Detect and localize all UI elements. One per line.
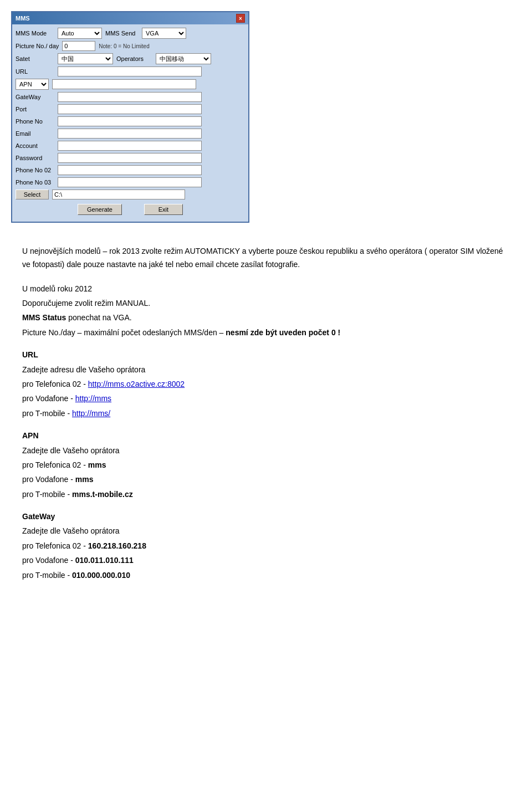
picture-no-input[interactable] bbox=[62, 41, 95, 51]
satet-label: Satet bbox=[16, 55, 54, 62]
apn-telefonica-bold: mms bbox=[88, 460, 106, 469]
model2012-text: Doporučujeme zvolit režim MANUAL. bbox=[22, 297, 510, 309]
title-bar: MMS × bbox=[12, 12, 248, 24]
mms-status-line: MMS Status ponechat na VGA. bbox=[22, 311, 510, 324]
gateway-vodafone-line: pro Vodafone - 010.011.010.111 bbox=[22, 554, 510, 566]
operators-dropdown[interactable]: 中国移动 中国联通 中国电信 bbox=[156, 53, 211, 64]
picture-no-line: Picture No./day – maximální počet odesla… bbox=[22, 326, 510, 339]
url-section: URL Zadejte adresu dle Vašeho oprátora p… bbox=[22, 349, 510, 419]
phone-no-row: Phone No bbox=[16, 116, 245, 126]
url-tmobile-link[interactable]: http://mms/ bbox=[72, 409, 110, 418]
apn-tmobile-bold: mms.t-mobile.cz bbox=[72, 490, 133, 499]
email-input[interactable] bbox=[58, 129, 202, 139]
url-row: URL bbox=[16, 66, 245, 76]
model2012-heading: U modelů roku 2012 bbox=[22, 283, 510, 295]
url-input[interactable] bbox=[58, 66, 202, 76]
gateway-heading: GateWay bbox=[22, 512, 55, 521]
url-telefonica-line: pro Telefonica 02 - http://mms.o2active.… bbox=[22, 378, 510, 390]
picture-no-text: Picture No./day – maximální počet odesla… bbox=[22, 328, 223, 337]
mms-status-suffix: ponechat na VGA. bbox=[66, 313, 131, 322]
select-button[interactable]: Select bbox=[16, 190, 49, 199]
phone-no03-row: Phone No 03 bbox=[16, 177, 245, 187]
path-input[interactable] bbox=[52, 190, 185, 199]
intro-paragraph: U nejnovějších modelů – rok 2013 zvolte … bbox=[22, 245, 510, 272]
operators-label: Operators bbox=[116, 55, 152, 62]
url-tmobile-text: pro T-mobile - bbox=[22, 409, 72, 418]
picture-no-label: Picture No./ day bbox=[16, 43, 59, 49]
window-body: MMS Mode Auto Manual MMS Send VGA QVGA P… bbox=[12, 24, 248, 222]
action-buttons: Generate Exit bbox=[16, 202, 245, 218]
url-vodafone-link[interactable]: http://mms bbox=[75, 394, 111, 403]
url-tmobile-line: pro T-mobile - http://mms/ bbox=[22, 407, 510, 419]
picture-no-row: Picture No./ day Note: 0 = No Limited bbox=[16, 41, 245, 51]
mms-status-bold: MMS Status bbox=[22, 313, 66, 322]
apn-heading: APN bbox=[22, 431, 39, 440]
picture-no-bold: nesmí zde být uveden počet 0 ! bbox=[226, 328, 340, 337]
exit-button[interactable]: Exit bbox=[144, 204, 183, 215]
url-label: URL bbox=[16, 68, 54, 75]
password-row: Password bbox=[16, 153, 245, 163]
apn-vodafone-bold: mms bbox=[75, 475, 94, 484]
mms-mode-label: MMS Mode bbox=[16, 30, 54, 37]
gateway-label: GateWay bbox=[16, 94, 54, 100]
url-heading: URL bbox=[22, 350, 38, 359]
url-telefonica-link[interactable]: http://mms.o2active.cz:8002 bbox=[88, 380, 185, 388]
gateway-telefonica-text: pro Telefonica 02 - bbox=[22, 541, 88, 550]
mms-mode-dropdown[interactable]: Auto Manual bbox=[58, 28, 102, 39]
account-label: Account bbox=[16, 142, 54, 149]
phone-no03-label: Phone No 03 bbox=[16, 179, 54, 186]
phone-no02-label: Phone No 02 bbox=[16, 167, 54, 173]
mms-mode-row: MMS Mode Auto Manual MMS Send VGA QVGA bbox=[16, 28, 245, 39]
gateway-tmobile-text: pro T-mobile - bbox=[22, 571, 72, 580]
note-text: Note: 0 = No Limited bbox=[99, 43, 149, 49]
gateway-vodafone-bold: 010.011.010.111 bbox=[75, 556, 134, 565]
apn-tmobile-text: pro T-mobile - bbox=[22, 490, 72, 499]
port-label: Port bbox=[16, 106, 54, 112]
phone-no-input[interactable] bbox=[58, 116, 202, 126]
phone-no-label: Phone No bbox=[16, 118, 54, 125]
apn-sub: Zadejte dle Vašeho oprátora bbox=[22, 444, 510, 457]
generate-button[interactable]: Generate bbox=[78, 204, 122, 215]
gateway-sub: Zadejte dle Vašeho oprátora bbox=[22, 525, 510, 537]
window-area: MMS × MMS Mode Auto Manual MMS Send VGA … bbox=[0, 0, 532, 234]
satet-row: Satet 中国 其他 Operators 中国移动 中国联通 中国电信 bbox=[16, 53, 245, 64]
mms-window: MMS × MMS Mode Auto Manual MMS Send VGA … bbox=[11, 11, 249, 223]
mms-send-label: MMS Send bbox=[105, 30, 139, 37]
satet-dropdown[interactable]: 中国 其他 bbox=[58, 53, 113, 64]
gateway-section: GateWay Zadejte dle Vašeho oprátora pro … bbox=[22, 510, 510, 581]
apn-tmobile-line: pro T-mobile - mms.t-mobile.cz bbox=[22, 488, 510, 500]
gateway-telefonica-bold: 160.218.160.218 bbox=[88, 541, 146, 550]
apn-dropdown[interactable]: APN bbox=[16, 79, 49, 90]
port-input[interactable] bbox=[58, 104, 202, 114]
url-vodafone-line: pro Vodafone - http://mms bbox=[22, 392, 510, 404]
url-telefonica-text: pro Telefonica 02 - bbox=[22, 380, 88, 388]
apn-row: APN bbox=[16, 79, 245, 90]
apn-telefonica-line: pro Telefonica 02 - mms bbox=[22, 459, 510, 471]
close-button[interactable]: × bbox=[236, 14, 245, 23]
apn-vodafone-line: pro Vodafone - mms bbox=[22, 473, 510, 485]
select-path-row: Select bbox=[16, 190, 245, 199]
url-vodafone-text: pro Vodafone - bbox=[22, 394, 75, 403]
phone-no02-input[interactable] bbox=[58, 165, 202, 175]
phone-no02-row: Phone No 02 bbox=[16, 165, 245, 175]
apn-vodafone-text: pro Vodafone - bbox=[22, 475, 75, 484]
gateway-tmobile-line: pro T-mobile - 010.000.000.010 bbox=[22, 569, 510, 581]
account-input[interactable] bbox=[58, 141, 202, 151]
apn-section: APN Zadejte dle Vašeho oprátora pro Tele… bbox=[22, 429, 510, 500]
gateway-row: GateWay bbox=[16, 92, 245, 102]
gateway-input[interactable] bbox=[58, 92, 202, 102]
apn-input[interactable] bbox=[52, 79, 196, 89]
email-label: Email bbox=[16, 130, 54, 137]
gateway-tmobile-bold: 010.000.000.010 bbox=[72, 571, 130, 580]
password-input[interactable] bbox=[58, 153, 202, 163]
url-sub: Zadejte adresu dle Vašeho oprátora bbox=[22, 363, 510, 376]
window-title: MMS bbox=[16, 15, 30, 22]
apn-telefonica-text: pro Telefonica 02 - bbox=[22, 460, 88, 469]
account-row: Account bbox=[16, 141, 245, 151]
main-content: U nejnovějších modelů – rok 2013 zvolte … bbox=[0, 234, 532, 602]
mms-send-dropdown[interactable]: VGA QVGA bbox=[142, 28, 186, 39]
phone-no03-input[interactable] bbox=[58, 177, 202, 187]
password-label: Password bbox=[16, 155, 54, 161]
gateway-vodafone-text: pro Vodafone - bbox=[22, 556, 75, 565]
email-row: Email bbox=[16, 129, 245, 139]
